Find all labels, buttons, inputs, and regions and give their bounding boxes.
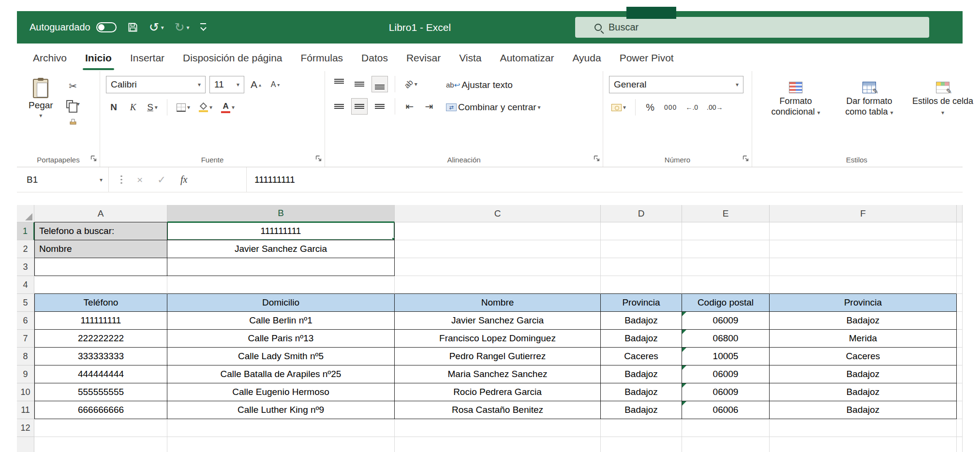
cell-E12[interactable] <box>682 419 770 437</box>
cell-B6[interactable]: Calle Berlin nº1 <box>167 312 395 330</box>
cell-B11[interactable]: Calle Luther King nº9 <box>167 401 395 419</box>
cell-B10[interactable]: Calle Eugenio Hermoso <box>167 383 395 401</box>
cell-A1[interactable]: Telefono a buscar: <box>34 222 167 240</box>
cell-E9[interactable]: 06009 <box>682 365 770 383</box>
paste-button[interactable]: Pegar ▾ <box>23 76 59 130</box>
cell-B1[interactable]: 111111111 <box>167 222 395 240</box>
column-header-D[interactable]: D <box>601 205 682 222</box>
row-header-7[interactable]: 7 <box>17 330 34 348</box>
italic-button[interactable]: K <box>125 99 141 116</box>
orientation-button[interactable]: ab▾ <box>402 76 420 92</box>
row-header-8[interactable]: 8 <box>17 348 34 365</box>
font-dialog-launcher[interactable] <box>315 155 322 163</box>
column-header-B[interactable]: B <box>167 205 395 222</box>
cell-E3[interactable] <box>682 258 770 276</box>
cell-C5[interactable]: Nombre <box>395 294 601 312</box>
cell-F2[interactable] <box>770 240 957 258</box>
redo-button[interactable]: ↻ ▾ <box>175 21 190 33</box>
align-left-button[interactable] <box>331 98 347 115</box>
row-header-4[interactable]: 4 <box>17 276 34 294</box>
cell-B8[interactable]: Calle Lady Smith nº5 <box>167 348 395 365</box>
row-header-12[interactable]: 12 <box>17 419 34 437</box>
cell-B2[interactable]: Javier Sanchez Garcia <box>167 240 395 258</box>
row-header-3[interactable]: 3 <box>17 258 34 276</box>
fill-color-button[interactable]: ▾ <box>196 99 215 116</box>
cell-B7[interactable]: Calle Paris nº13 <box>167 330 395 348</box>
font-size-combo[interactable]: 11 ▾ <box>209 76 244 93</box>
cell-A9[interactable]: 444444444 <box>34 365 167 383</box>
cell-F6[interactable]: Badajoz <box>770 312 957 330</box>
increase-font-button[interactable]: A▴ <box>248 76 264 93</box>
accounting-format-button[interactable]: ▾ <box>609 99 628 116</box>
tab-automatizar[interactable]: Automatizar <box>490 52 563 71</box>
cell-E4[interactable] <box>682 276 770 294</box>
increase-decimal-button[interactable]: ←.0 <box>683 99 700 116</box>
cell-C12[interactable] <box>395 419 601 437</box>
cell-D7[interactable]: Badajoz <box>601 330 682 348</box>
cell-D3[interactable] <box>601 258 682 276</box>
increase-indent-button[interactable]: ⇥ <box>421 98 437 115</box>
cell-F9[interactable]: Badajoz <box>770 365 957 383</box>
column-header-A[interactable]: A <box>34 205 167 222</box>
autosave-toggle-group[interactable]: Autoguardado <box>30 22 117 33</box>
autosave-toggle[interactable] <box>96 22 117 32</box>
cell-F4[interactable] <box>770 276 957 294</box>
cell-C7[interactable]: Francisco Lopez Dominguez <box>395 330 601 348</box>
cell-D6[interactable]: Badajoz <box>601 312 682 330</box>
decrease-font-button[interactable]: A▾ <box>267 76 283 93</box>
cell-E6[interactable]: 06009 <box>682 312 770 330</box>
tab-datos[interactable]: Datos <box>352 52 397 71</box>
cut-button[interactable]: ✂ <box>64 78 82 94</box>
cell-styles-button[interactable]: ✎ Estilos de celda ▾ <box>906 78 980 118</box>
tab-inicio[interactable]: Inicio <box>76 52 121 71</box>
cell-E5[interactable]: Codigo postal <box>682 294 770 312</box>
cell-F5[interactable]: Provincia <box>770 294 957 312</box>
undo-button[interactable]: ↺ ▾ <box>149 21 164 33</box>
cell-F10[interactable]: Badajoz <box>770 383 957 401</box>
cell-A8[interactable]: 333333333 <box>34 348 167 365</box>
cell-B5[interactable]: Domicilio <box>167 294 395 312</box>
decrease-indent-button[interactable]: ⇤ <box>402 98 417 115</box>
cell-F7[interactable]: Merida <box>770 330 957 348</box>
align-center-button[interactable] <box>351 98 368 115</box>
tab-ayuda[interactable]: Ayuda <box>563 52 610 71</box>
merge-center-button[interactable]: ⇄ Combinar y centrar ▾ <box>444 99 543 116</box>
cell-C8[interactable]: Pedro Rangel Gutierrez <box>395 348 601 365</box>
name-box[interactable]: B1 ▾ <box>17 167 109 192</box>
select-all-corner[interactable] <box>17 205 34 222</box>
align-right-button[interactable] <box>371 98 388 115</box>
cell-D12[interactable] <box>601 419 682 437</box>
tab-power-pivot[interactable]: Power Pivot <box>610 52 683 71</box>
cell-D9[interactable]: Badajoz <box>601 365 682 383</box>
percent-style-button[interactable]: % <box>642 99 658 116</box>
cell-B9[interactable]: Calle Batalla de Arapiles nº25 <box>167 365 395 383</box>
align-top-button[interactable] <box>331 76 347 92</box>
cell-B4[interactable] <box>167 276 395 294</box>
cell-F3[interactable] <box>770 258 957 276</box>
cell-D1[interactable] <box>601 222 682 240</box>
row-header-6[interactable]: 6 <box>17 312 34 330</box>
cancel-entry-button[interactable]: × <box>137 174 143 186</box>
cell-C6[interactable]: Javier Sanchez Garcia <box>395 312 601 330</box>
cell-E8[interactable]: 10005 <box>682 348 770 365</box>
confirm-entry-button[interactable]: ✓ <box>157 174 166 186</box>
alignment-dialog-launcher[interactable] <box>594 155 600 163</box>
cell-C2[interactable] <box>395 240 601 258</box>
cell-A4[interactable] <box>34 276 167 294</box>
drag-handle-icon[interactable] <box>120 175 122 185</box>
row-header-1[interactable]: 1 <box>17 222 34 240</box>
cell-D2[interactable] <box>601 240 682 258</box>
bold-button[interactable]: N <box>106 99 121 116</box>
format-painter-button[interactable] <box>64 114 82 130</box>
cell-A10[interactable]: 555555555 <box>34 383 167 401</box>
font-color-button[interactable]: A▾ <box>219 99 237 116</box>
row-header-2[interactable]: 2 <box>17 240 34 258</box>
cell-E2[interactable] <box>682 240 770 258</box>
tab-revisar[interactable]: Revisar <box>397 52 450 71</box>
tab-disposición-de-página[interactable]: Disposición de página <box>174 52 291 71</box>
underline-button[interactable]: S▾ <box>145 99 160 116</box>
cell-E11[interactable]: 06006 <box>682 401 770 419</box>
cell-B12[interactable] <box>167 419 395 437</box>
insert-function-button[interactable]: fx <box>180 174 187 185</box>
cell-E10[interactable]: 06009 <box>682 383 770 401</box>
